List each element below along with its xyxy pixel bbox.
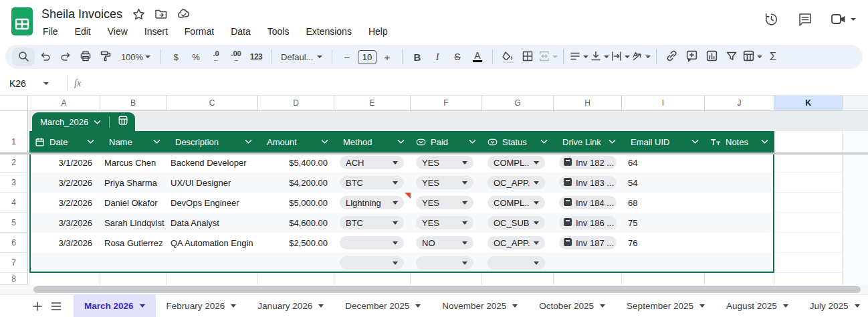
more-formats-button[interactable]: 123 (247, 47, 265, 66)
insert-link-button[interactable] (662, 47, 681, 66)
paid-dropdown[interactable] (416, 256, 473, 270)
column-header-c[interactable]: C (167, 96, 258, 110)
font-size-input[interactable]: 10 (358, 50, 376, 64)
menu-format[interactable]: Format (183, 25, 215, 38)
cell-notes[interactable] (705, 213, 774, 233)
format-percent-button[interactable]: % (187, 47, 205, 66)
cell-k[interactable] (774, 173, 843, 193)
cloud-status-icon[interactable] (177, 7, 191, 21)
column-header-f[interactable]: F (411, 96, 482, 110)
row-header-5[interactable]: 5 (0, 213, 28, 233)
cell-k[interactable] (774, 233, 843, 253)
increase-decimal-button[interactable]: .00→ (227, 47, 245, 66)
cell[interactable] (100, 273, 167, 285)
cell[interactable] (411, 273, 482, 285)
cell-k[interactable] (774, 152, 843, 173)
cell-name[interactable]: Priya Sharma (100, 173, 167, 193)
cell[interactable] (622, 273, 705, 285)
method-dropdown[interactable]: BTC (340, 216, 404, 229)
method-dropdown[interactable]: Lightning (340, 196, 404, 209)
sheet-tab-august-2025[interactable]: August 2025 (716, 295, 799, 317)
column-header-g[interactable]: G (482, 96, 554, 110)
row-header-7[interactable]: 7 (0, 253, 28, 273)
column-header-b[interactable]: B (100, 96, 167, 110)
sheet-tab-march-2026[interactable]: March 2026 (74, 295, 156, 317)
cell-k1[interactable] (774, 131, 843, 152)
cell-notes[interactable] (705, 152, 774, 173)
cell-amount[interactable]: $2,500.00 (258, 233, 334, 253)
status-dropdown[interactable]: COMPL... (487, 196, 545, 209)
increase-font-size-button[interactable]: + (378, 47, 397, 66)
cell-notes[interactable] (705, 193, 774, 213)
sheet-tab-july-2025[interactable]: July 2025 (799, 295, 868, 317)
cell[interactable] (774, 273, 843, 285)
drive-link-chip[interactable]: Inv 182 ... (559, 156, 617, 169)
status-dropdown[interactable]: OC_APP... (487, 236, 545, 249)
decrease-font-size-button[interactable]: − (338, 47, 356, 66)
cell-name[interactable]: Sarah Lindqvist (100, 213, 167, 233)
cell-amount[interactable]: $5,400.00 (258, 152, 334, 173)
chevron-down-icon[interactable] (761, 139, 768, 144)
table-header-date[interactable]: Date (29, 131, 100, 152)
cell-description[interactable]: UX/UI Designer (167, 173, 258, 193)
chevron-down-icon[interactable] (540, 139, 548, 144)
row-header-2[interactable]: 2 (0, 152, 28, 173)
cell-description[interactable]: DevOps Engineer (167, 193, 258, 213)
menu-data[interactable]: Data (229, 25, 252, 38)
star-icon[interactable] (132, 7, 145, 21)
cell-amount[interactable] (258, 253, 334, 273)
fill-color-button[interactable] (498, 47, 517, 66)
comment-marker[interactable] (405, 193, 411, 199)
table-header-drive-link[interactable]: Drive Link (554, 131, 622, 152)
cell[interactable] (167, 273, 258, 285)
search-button[interactable] (12, 47, 35, 66)
cell-name[interactable] (100, 253, 167, 273)
column-header-j[interactable]: J (705, 96, 774, 110)
cell-date[interactable]: 3/3/2026 (29, 213, 100, 233)
text-wrapping-button[interactable] (611, 47, 630, 66)
cell-description[interactable]: Backend Developer (167, 152, 258, 173)
chevron-down-icon[interactable] (691, 139, 699, 144)
zoom-select[interactable]: 100% (116, 47, 155, 66)
cell-email-uid[interactable]: 54 (622, 173, 705, 193)
functions-button[interactable]: Σ (764, 47, 782, 66)
column-header-d[interactable]: D (258, 96, 334, 110)
cell-k[interactable] (774, 253, 843, 273)
cell-email-uid[interactable]: 68 (622, 193, 705, 213)
font-select[interactable]: Defaul... (277, 47, 326, 66)
video-call-button[interactable] (831, 12, 856, 27)
method-dropdown[interactable] (340, 236, 404, 249)
move-to-folder-icon[interactable] (154, 7, 168, 21)
cell[interactable] (334, 273, 411, 285)
undo-button[interactable] (36, 47, 55, 66)
chevron-down-icon[interactable] (397, 139, 405, 144)
cell-notes[interactable] (705, 173, 774, 193)
redo-button[interactable] (56, 47, 75, 66)
table-header-name[interactable]: Name (100, 131, 167, 152)
horizontal-scrollbar-thumb[interactable] (33, 286, 861, 293)
table-header-paid[interactable]: Paid (411, 131, 482, 152)
table-views-button[interactable] (742, 47, 762, 66)
cell-email-uid[interactable] (622, 253, 705, 273)
table-header-notes[interactable]: Notes (705, 131, 774, 152)
cell-amount[interactable]: $5,000.00 (258, 193, 334, 213)
menu-file[interactable]: File (41, 25, 60, 38)
strikethrough-button[interactable]: S (448, 47, 467, 66)
sheet-tab-october-2025[interactable]: October 2025 (528, 295, 616, 317)
cell-email-uid[interactable]: 76 (622, 233, 705, 253)
paid-dropdown[interactable]: YES (416, 156, 473, 169)
column-header-a[interactable]: A (28, 96, 100, 110)
table-header-status[interactable]: Status (482, 131, 554, 152)
cell-description[interactable]: QA Automation Engin (167, 233, 258, 253)
drive-link-chip[interactable]: Inv 183 ... (559, 176, 617, 189)
paid-dropdown[interactable]: YES (416, 216, 473, 229)
status-dropdown[interactable] (487, 256, 545, 270)
table-menu-icon[interactable] (118, 115, 128, 128)
insert-comment-button[interactable] (682, 47, 701, 66)
all-sheets-menu-button[interactable] (51, 297, 62, 316)
comments-icon[interactable] (797, 11, 813, 27)
bold-button[interactable]: B (408, 47, 427, 66)
cell-description[interactable] (167, 253, 258, 273)
horizontal-align-button[interactable] (569, 47, 588, 66)
print-button[interactable] (76, 47, 95, 66)
